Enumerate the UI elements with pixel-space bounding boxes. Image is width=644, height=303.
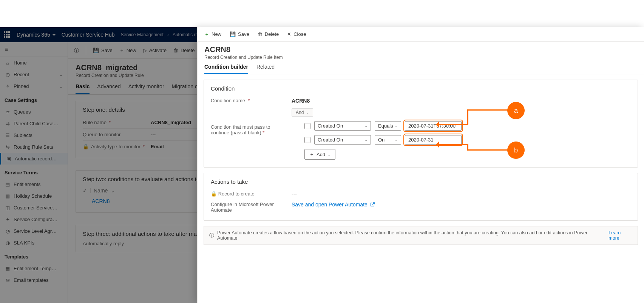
callout-line-a xyxy=(438,124,468,125)
condition-pass-label: Condition that must pass to continue (pa… xyxy=(211,124,270,135)
callout-riser-a xyxy=(467,109,468,125)
lock-icon: 🔒 xyxy=(83,144,89,149)
tab-basic[interactable]: Basic xyxy=(76,80,90,94)
nav-entitlements[interactable]: ▤Entitlements xyxy=(0,178,68,190)
lock-icon: 🔒 xyxy=(211,191,217,197)
tab-activity-monitor[interactable]: Activity monitor xyxy=(128,80,164,94)
nav-customer-service[interactable]: ◫Customer Service… xyxy=(0,202,68,214)
left-nav: ≡ ⌂Home ◷Recent⌄ ✧Pinned⌄ Case Settings … xyxy=(0,42,68,303)
panel-command-bar: ＋New 💾Save 🗑Delete ✕Close xyxy=(198,27,644,42)
nav-service-config[interactable]: ✦Service Configura… xyxy=(0,214,68,225)
row-a-field-dropdown[interactable]: Created On⌄ xyxy=(314,121,371,131)
callout-badge-a: a xyxy=(507,102,525,119)
info-strip: ⓘ Power Automate creates a flow based on… xyxy=(204,226,638,245)
nav-routing[interactable]: ⇆Routing Rule Sets xyxy=(0,141,68,153)
nav-sla[interactable]: ◔Service Level Agr… xyxy=(0,225,68,237)
configure-pa-label: Configure in Microsoft Power Automate xyxy=(211,201,286,213)
nav-pinned[interactable]: ✧Pinned⌄ xyxy=(0,80,68,92)
and-group-pill[interactable]: And⌄ xyxy=(292,108,313,117)
nav-automatic-record[interactable]: ▣Automatic record… xyxy=(0,153,68,165)
callout-line-b xyxy=(438,144,468,145)
panel-save-button[interactable]: 💾Save xyxy=(230,31,249,37)
cmd-delete[interactable]: 🗑Delete xyxy=(173,48,195,53)
callout-top-b xyxy=(467,149,509,151)
panel-close-button[interactable]: ✕Close xyxy=(287,31,306,37)
record-to-create-value[interactable]: --- xyxy=(292,191,297,197)
callout-top-a xyxy=(467,109,509,111)
panel-title: ACRN8 xyxy=(204,45,637,54)
rule-name-value[interactable]: ACRN8_migrated xyxy=(151,120,191,125)
cmd-activate[interactable]: ▷Activate xyxy=(143,48,167,53)
nav-entitlement-temp[interactable]: ▦Entitlement Temp… xyxy=(0,263,68,274)
panel-delete-button[interactable]: 🗑Delete xyxy=(258,31,279,37)
queue-value[interactable]: --- xyxy=(151,132,156,137)
condition-name-label: Condition name xyxy=(211,98,245,103)
activity-label: Activity type to monitor xyxy=(91,144,141,149)
panel-tabs: Condition builder Related xyxy=(198,61,644,74)
check-all-icon[interactable]: ✓ xyxy=(83,188,87,194)
add-condition-button[interactable]: ＋Add⌄ xyxy=(304,149,335,160)
nav-parent-child[interactable]: ⇉Parent Child Case… xyxy=(0,118,68,129)
tab-related[interactable]: Related xyxy=(256,61,275,74)
tab-advanced[interactable]: Advanced xyxy=(97,80,120,94)
actions-section: Actions to take 🔒 Record to create --- C… xyxy=(204,173,638,221)
callout-badge-b: b xyxy=(507,142,525,159)
rule-name-label: Rule name xyxy=(83,120,107,125)
tab-condition-builder[interactable]: Condition builder xyxy=(204,61,248,74)
nav-holiday[interactable]: ▥Holiday Schedule xyxy=(0,190,68,202)
info-icon[interactable]: ⓘ xyxy=(74,47,79,54)
info-icon: ⓘ xyxy=(209,232,214,239)
app-name[interactable]: Customer Service Hub xyxy=(62,32,115,38)
product-name[interactable]: Dynamics 365 xyxy=(17,32,56,38)
row-b-field-dropdown[interactable]: Created On⌄ xyxy=(314,135,371,145)
cmd-new[interactable]: ＋New xyxy=(119,47,136,54)
nav-group-service: Service Terms xyxy=(0,165,68,178)
condition-row-b: Created On⌄ On⌄ 2020-07-31 xyxy=(304,135,631,145)
nav-group-templates: Templates xyxy=(0,249,68,263)
nav-recent[interactable]: ◷Recent⌄ xyxy=(0,69,68,80)
hamburger-icon[interactable]: ≡ xyxy=(0,42,68,57)
cmd-save[interactable]: 💾Save xyxy=(93,48,113,53)
nav-queues[interactable]: ▱Queues xyxy=(0,106,68,118)
learn-more-link[interactable]: Learn more xyxy=(608,230,632,241)
row-a-operator-dropdown[interactable]: Equals⌄ xyxy=(375,121,401,131)
panel-subtitle: Record Creation and Update Rule Item xyxy=(204,55,637,60)
nav-email-templates[interactable]: ✉Email templates xyxy=(0,274,68,286)
row-a-checkbox[interactable] xyxy=(304,123,310,129)
rule-item-panel: ＋New 💾Save 🗑Delete ✕Close ACRN8 Record C… xyxy=(197,27,644,303)
nav-sla-kpis[interactable]: ◑SLA KPIs xyxy=(0,237,68,249)
row-b-operator-dropdown[interactable]: On⌄ xyxy=(375,135,401,145)
open-power-automate-link[interactable]: Save and open Power Automate xyxy=(292,201,375,208)
record-to-create-label: Record to create xyxy=(218,191,255,197)
condition-name-value[interactable]: ACRN8 xyxy=(292,98,310,104)
panel-new-button[interactable]: ＋New xyxy=(204,31,221,38)
condition-section: Condition Condition name * ACRN8 Conditi… xyxy=(204,80,638,168)
row-b-checkbox[interactable] xyxy=(304,137,310,143)
nav-group-case: Case Settings xyxy=(0,92,68,106)
external-link-icon xyxy=(370,202,375,207)
queue-label: Queue to monitor xyxy=(83,132,120,137)
nav-subjects[interactable]: ☰Subjects xyxy=(0,129,68,141)
nav-home[interactable]: ⌂Home xyxy=(0,57,68,69)
activity-value[interactable]: Email xyxy=(151,144,164,149)
app-launcher-icon[interactable] xyxy=(4,31,11,38)
